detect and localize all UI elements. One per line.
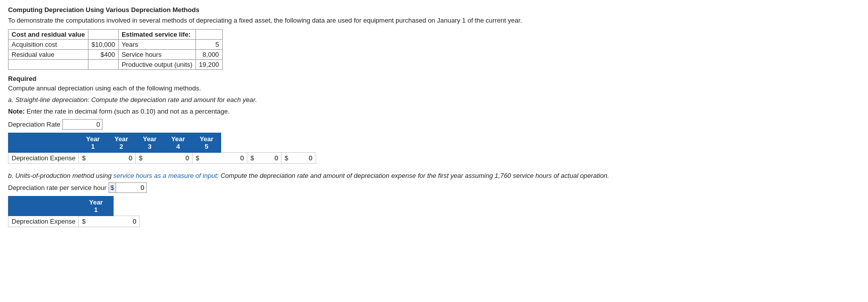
section-a-italic: a. Straight-line depreciation: Compute t…	[8, 96, 257, 104]
year4-input[interactable]	[258, 154, 278, 162]
year5-header: Year 5	[192, 133, 221, 153]
cost-col4-empty	[196, 30, 222, 40]
service-hours-link: service hours as a measure of input	[114, 172, 217, 179]
year1-currency: $	[79, 153, 107, 164]
depreciation-rate-input[interactable]	[62, 119, 103, 130]
required-label: Required	[8, 75, 860, 82]
service-rate-row: Depreciation rate per service hour $	[8, 182, 860, 193]
cost-col2-empty	[88, 30, 118, 40]
depreciation-rate-label: Depreciation Rate	[8, 121, 60, 128]
page-intro: To demonstrate the computations involved…	[8, 17, 860, 24]
note-bold: Note:	[8, 108, 25, 115]
b-year1-header: Year 1	[79, 196, 113, 216]
cost-col1-header: Cost and residual value	[9, 30, 88, 40]
empty-row-col2	[88, 60, 118, 70]
b-year1-currency: $	[79, 216, 113, 227]
page-title: Computing Depreciation Using Various Dep…	[8, 6, 860, 14]
residual-value: $400	[88, 50, 118, 60]
year-table-empty-header	[9, 133, 79, 153]
acq-cost-label: Acquisition cost	[9, 40, 88, 50]
year4-currency: $	[247, 153, 255, 164]
empty-row-col1	[9, 60, 88, 70]
year2-currency: $	[136, 153, 164, 164]
b-year1-input[interactable]	[116, 218, 136, 225]
section-b-intro: b. Units-of-production method using serv…	[8, 172, 860, 179]
productive-output-value: 19,200	[196, 60, 222, 70]
year1-header: Year 1	[79, 133, 107, 153]
service-hours-label: Service hours	[118, 50, 196, 60]
section-a-label: a. Straight-line depreciation: Compute t…	[8, 96, 860, 104]
section-b-italic: b. Units-of-production method using serv…	[8, 172, 609, 179]
dep-expense-label: Depreciation Expense	[9, 153, 79, 164]
year2-cell	[164, 153, 192, 164]
depreciation-expense-row: Depreciation Expense $ $ $ $ $	[9, 153, 316, 164]
note-text: Enter the rate in decimal form (such as …	[27, 108, 230, 115]
residual-label: Residual value	[9, 50, 88, 60]
years-label: Years	[118, 40, 196, 50]
section-a-note: Note: Enter the rate in decimal form (su…	[8, 108, 860, 115]
year3-input[interactable]	[224, 154, 244, 162]
year2-header: Year 2	[107, 133, 135, 153]
year1-input[interactable]	[112, 154, 132, 162]
year3-cell	[221, 153, 247, 164]
year2-input[interactable]	[169, 154, 189, 162]
b-depreciation-expense-row: Depreciation Expense $	[9, 216, 140, 227]
section-b-year-table: Year 1 Depreciation Expense $	[8, 196, 140, 227]
service-rate-input-group: $	[109, 182, 147, 193]
service-hours-value: 8,000	[196, 50, 222, 60]
year5-input[interactable]	[293, 154, 313, 162]
years-value: 5	[196, 40, 222, 50]
section-b-text-after: : Compute the depreciation rate and amou…	[217, 172, 609, 179]
cost-col3-header: Estimated service life:	[118, 30, 196, 40]
compute-instruction: Compute annual depreciation using each o…	[8, 84, 860, 92]
section-a-year-table: Year 1 Year 2 Year 3 Year 4 Year 5 Depre…	[8, 133, 316, 164]
depreciation-rate-row: Depreciation Rate	[8, 119, 860, 130]
year1-cell	[107, 153, 135, 164]
service-rate-label: Depreciation rate per service hour	[8, 184, 107, 191]
year5-cell	[290, 153, 316, 164]
year4-header: Year 4	[164, 133, 192, 153]
year3-currency: $	[192, 153, 221, 164]
acq-cost-value: $10,000	[88, 40, 118, 50]
service-rate-dollar: $	[109, 183, 116, 192]
service-rate-input[interactable]	[116, 183, 146, 192]
year3-header: Year 3	[136, 133, 164, 153]
b-year1-value-cell	[113, 216, 140, 227]
year4-cell	[255, 153, 281, 164]
b-year-table-empty-header	[9, 196, 79, 216]
page-container: Computing Depreciation Using Various Dep…	[8, 6, 860, 227]
cost-table: Cost and residual value Estimated servic…	[8, 29, 223, 70]
section-b-text-before: b. Units-of-production method using	[8, 172, 114, 179]
b-dep-expense-label: Depreciation Expense	[9, 216, 79, 227]
year5-currency: $	[281, 153, 290, 164]
productive-output-label: Productive output (units)	[118, 60, 196, 70]
